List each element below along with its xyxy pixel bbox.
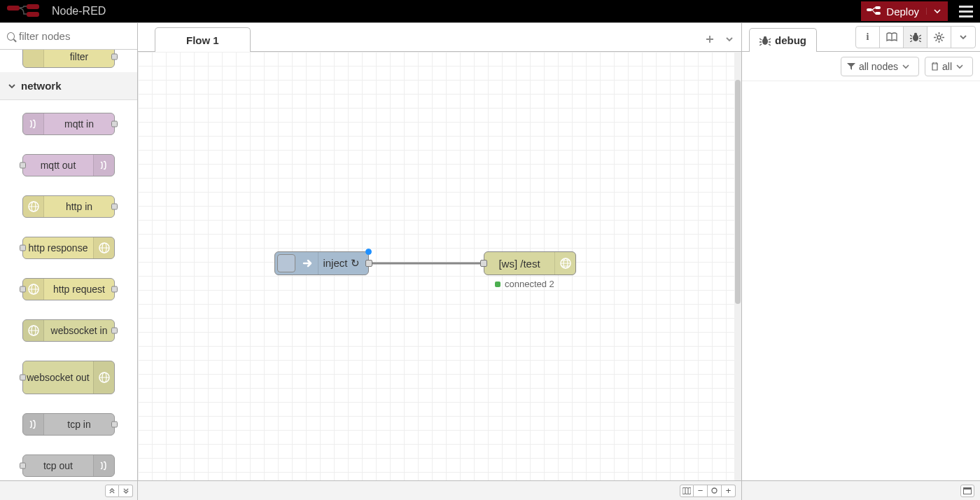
input-port[interactable] [20, 375, 26, 381]
sidebar-more-button[interactable] [951, 27, 975, 48]
open-window-button[interactable] [960, 485, 974, 497]
debug-clear-button[interactable]: all [925, 57, 973, 76]
main-menu-button[interactable] [952, 0, 980, 22]
svg-rect-4 [875, 6, 881, 9]
flow-tab[interactable]: Flow 1 [155, 27, 251, 52]
node-status: connected 2 [495, 279, 554, 289]
add-flow-button[interactable] [702, 32, 718, 47]
node-icon [23, 196, 44, 217]
deploy-button[interactable]: Deploy [861, 1, 948, 21]
flow-tabs: Flow 1 [138, 23, 741, 52]
palette-node-http-response[interactable]: http response [22, 237, 115, 259]
output-port[interactable] [111, 286, 118, 293]
flow-canvas[interactable]: inject ↻ [ws] /test connected 2 [138, 52, 741, 480]
sidebar-info-button[interactable]: i [856, 27, 880, 48]
output-port[interactable] [111, 54, 118, 60]
chevron-down-icon [902, 63, 909, 70]
palette-node-tcp-out[interactable]: tcp out [22, 454, 115, 477]
trash-icon [931, 62, 939, 71]
palette-node-http-request[interactable]: http request [22, 278, 115, 300]
node-icon [93, 455, 114, 476]
chevron-down-icon [960, 34, 967, 41]
changed-indicator [365, 249, 372, 255]
inject-trigger-button[interactable] [277, 254, 295, 272]
svg-point-22 [937, 36, 941, 39]
deploy-label: Deploy [886, 6, 919, 18]
window-icon [963, 487, 972, 494]
node-icon [93, 361, 114, 394]
node-icon [23, 279, 44, 300]
palette-expand-button[interactable] [119, 485, 133, 497]
navigator-button[interactable] [680, 485, 694, 497]
deploy-caret[interactable] [926, 8, 941, 15]
input-port[interactable] [480, 260, 487, 267]
input-port[interactable] [20, 245, 26, 251]
book-icon [886, 32, 897, 42]
inject-icon [298, 252, 318, 275]
node-label: inject ↻ [318, 257, 368, 270]
output-port[interactable] [111, 422, 118, 428]
palette-node[interactable]: filter [22, 50, 115, 68]
search-icon [7, 32, 15, 41]
input-port[interactable] [20, 162, 26, 169]
workspace: Flow 1 inject ↻ [138, 23, 742, 480]
output-port[interactable] [111, 328, 118, 334]
node-label: websocket out [23, 372, 93, 383]
palette-node-mqtt-out[interactable]: mqtt out [22, 154, 115, 176]
sidebar-footer [742, 481, 980, 500]
sidebar: debug i all no [742, 23, 980, 480]
palette-footer [0, 481, 138, 500]
chevron-up-icon [109, 488, 115, 494]
svg-rect-1 [27, 4, 39, 9]
palette-node-http-in[interactable]: http in [22, 195, 115, 218]
node-label: [ws] /test [484, 258, 554, 270]
gear-icon [934, 32, 944, 43]
svg-point-19 [764, 36, 766, 39]
node-icon [23, 113, 44, 134]
svg-rect-5 [875, 12, 881, 15]
palette-node-websocket-in[interactable]: websocket in [22, 319, 115, 342]
node-icon [93, 237, 114, 258]
output-port[interactable] [365, 260, 372, 267]
input-port[interactable] [20, 463, 26, 469]
circle-icon [711, 487, 718, 494]
zoom-reset-button[interactable] [708, 485, 722, 497]
node-icon [23, 50, 44, 67]
sidebar-config-button[interactable] [927, 27, 951, 48]
node-icon [23, 320, 44, 341]
canvas-scrollbar[interactable] [734, 52, 741, 480]
node-icon [23, 414, 44, 435]
debug-filter-button[interactable]: all nodes [841, 57, 919, 76]
palette-search[interactable] [0, 23, 137, 50]
sidebar-help-button[interactable] [880, 27, 904, 48]
status-text: connected 2 [505, 279, 554, 289]
plus-icon [706, 35, 714, 43]
node-label: mqtt in [44, 118, 114, 130]
chevron-down-icon [8, 83, 15, 90]
palette-node-mqtt-in[interactable]: mqtt in [22, 113, 115, 135]
map-icon [682, 487, 691, 494]
input-port[interactable] [20, 286, 26, 293]
app-title: Node-RED [52, 5, 106, 18]
palette-node-tcp-in[interactable]: tcp in [22, 413, 115, 436]
palette-body: filter network mqtt inmqtt outhttp inhtt… [0, 50, 137, 480]
flow-menu-button[interactable] [722, 32, 737, 47]
category-network[interactable]: network [0, 72, 137, 100]
palette-node-websocket-out[interactable]: websocket out [22, 361, 115, 394]
palette-filter-input[interactable] [19, 30, 130, 42]
palette-collapse-button[interactable] [105, 485, 119, 497]
filter-icon [847, 63, 855, 70]
output-port[interactable] [111, 204, 118, 210]
app-logo [0, 4, 52, 18]
zoom-out-button[interactable]: − [694, 485, 708, 497]
deploy-icon [867, 6, 881, 17]
sidebar-debug-button[interactable] [904, 27, 927, 48]
sidebar-tab-debug[interactable]: debug [749, 28, 817, 52]
zoom-in-button[interactable]: + [722, 485, 736, 497]
category-label: network [21, 80, 62, 92]
inject-node[interactable]: inject ↻ [274, 251, 369, 275]
output-port[interactable] [111, 121, 118, 127]
websocket-out-node[interactable]: [ws] /test [484, 251, 576, 275]
workspace-footer: − + [138, 481, 742, 500]
node-label: http in [44, 201, 114, 212]
